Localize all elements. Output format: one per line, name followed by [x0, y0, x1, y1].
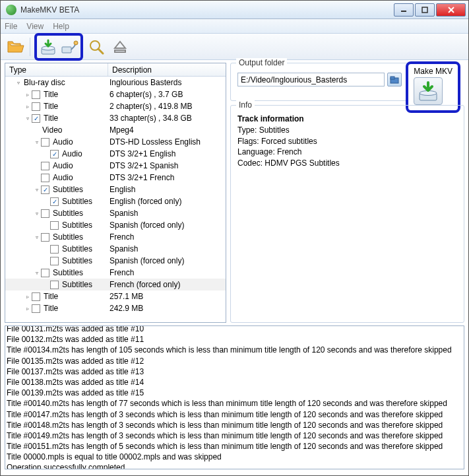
- log-line: Title 00000.mpls is equal to title 00002…: [7, 452, 462, 462]
- svg-line-9: [98, 49, 103, 53]
- expand-icon[interactable]: ▹: [24, 294, 32, 300]
- node-description: Spanish (forced only): [108, 256, 226, 265]
- log-panel[interactable]: File 00131.m2ts was added as title #10Fi…: [5, 325, 464, 469]
- menu-file[interactable]: File: [5, 22, 17, 31]
- checkbox[interactable]: [50, 245, 59, 254]
- checkbox[interactable]: [50, 281, 59, 289]
- tree-row[interactable]: AudioDTS 3/2+1 Spanish: [5, 160, 226, 172]
- checkbox[interactable]: [32, 292, 40, 301]
- checkbox[interactable]: [41, 233, 49, 242]
- node-description: French: [108, 268, 226, 277]
- tree-row[interactable]: ✓SubtitlesEnglish (forced only): [5, 195, 226, 207]
- col-type[interactable]: Type: [5, 63, 108, 76]
- node-description: Spanish (forced only): [108, 221, 226, 230]
- tree-row[interactable]: ▹Title6 chapter(s) , 3.7 GB: [5, 88, 226, 100]
- menu-view[interactable]: View: [26, 22, 44, 31]
- collapse-icon[interactable]: ▿: [24, 116, 32, 121]
- info-line: Language: French: [237, 147, 457, 158]
- output-path-input[interactable]: [237, 73, 385, 86]
- tree-row[interactable]: SubtitlesSpanish (forced only): [5, 219, 226, 231]
- expand-icon[interactable]: ▹: [24, 92, 32, 98]
- info-line: Flags: Forced subtitles: [237, 136, 457, 147]
- checkbox[interactable]: ✓: [50, 197, 59, 206]
- checkbox[interactable]: [50, 221, 59, 230]
- node-type-label: Title: [42, 114, 58, 123]
- node-type-label: Subtitles: [61, 197, 92, 206]
- checkbox[interactable]: [32, 90, 40, 99]
- make-mkv-button[interactable]: [414, 77, 443, 105]
- node-description: 2 chapter(s) , 419.8 MB: [108, 102, 226, 111]
- tree-row[interactable]: ▿Blu-ray discInglourious Basterds: [5, 77, 226, 88]
- tree-row[interactable]: ▹Title242.9 MB: [5, 302, 226, 314]
- svg-rect-10: [115, 50, 125, 52]
- collapse-icon[interactable]: ▿: [33, 270, 41, 276]
- tree-row[interactable]: SubtitlesSpanish: [5, 243, 226, 255]
- open-folder-button[interactable]: [5, 36, 26, 57]
- expand-icon[interactable]: ▹: [24, 306, 32, 312]
- collapse-icon[interactable]: ▿: [33, 234, 41, 240]
- stream-button[interactable]: [59, 36, 80, 57]
- minimize-button[interactable]: [394, 3, 414, 17]
- tree-body[interactable]: ▿Blu-ray discInglourious Basterds▹Title6…: [5, 77, 226, 322]
- search-button[interactable]: [86, 36, 107, 57]
- info-line: Type: Subtitles: [237, 125, 457, 136]
- tree-panel: Type Description ▿Blu-ray discInglouriou…: [5, 63, 226, 323]
- close-button[interactable]: [436, 3, 466, 17]
- svg-point-7: [74, 41, 78, 45]
- node-description: 33 chapter(s) , 34.8 GB: [108, 114, 226, 123]
- expand-icon[interactable]: ▹: [24, 104, 32, 110]
- node-description: English: [108, 185, 226, 194]
- tree-row[interactable]: ▹Title257.1 MB: [5, 290, 226, 302]
- toolbar: [1, 34, 468, 60]
- tree-row[interactable]: ▿SubtitlesSpanish: [5, 207, 226, 219]
- tree-row[interactable]: ✓AudioDTS 3/2+1 English: [5, 148, 226, 160]
- browse-button[interactable]: [387, 73, 402, 86]
- node-description: Spanish: [108, 209, 226, 218]
- checkbox[interactable]: [41, 209, 49, 218]
- checkbox[interactable]: [41, 138, 49, 147]
- open-disc-button[interactable]: [38, 36, 59, 57]
- checkbox[interactable]: [32, 304, 40, 313]
- collapse-icon[interactable]: ▿: [33, 139, 41, 145]
- menu-help[interactable]: Help: [53, 22, 69, 31]
- tree-row[interactable]: SubtitlesFrench (forced only): [5, 279, 226, 290]
- tree-row[interactable]: ▹Title2 chapter(s) , 419.8 MB: [5, 100, 226, 112]
- info-legend: Info: [236, 100, 255, 110]
- tree-row[interactable]: ▿✓Title33 chapter(s) , 34.8 GB: [5, 112, 226, 124]
- checkbox[interactable]: [41, 269, 49, 277]
- node-description: 257.1 MB: [108, 292, 226, 301]
- maximize-button[interactable]: [415, 3, 435, 17]
- log-line: Operation successfully completed: [7, 462, 462, 469]
- make-label: Make MKV: [414, 67, 453, 76]
- node-type-label: Subtitles: [51, 232, 83, 242]
- col-description[interactable]: Description: [108, 63, 226, 76]
- tree-row[interactable]: AudioDTS 3/2+1 French: [5, 172, 226, 184]
- collapse-icon[interactable]: ▿: [33, 187, 41, 193]
- tree-row[interactable]: SubtitlesSpanish (forced only): [5, 255, 226, 267]
- checkbox[interactable]: ✓: [32, 114, 40, 123]
- node-type-label: Audio: [61, 149, 82, 158]
- checkbox[interactable]: ✓: [41, 186, 49, 194]
- node-type-label: Subtitles: [61, 280, 92, 289]
- node-type-label: Subtitles: [61, 256, 92, 265]
- checkbox[interactable]: [50, 257, 59, 265]
- node-description: 242.9 MB: [108, 304, 226, 313]
- node-type-label: Audio: [51, 173, 73, 182]
- node-description: Mpeg4: [108, 125, 226, 135]
- tree-header: Type Description: [5, 63, 226, 77]
- tree-row[interactable]: VideoMpeg4: [5, 124, 226, 136]
- collapse-icon[interactable]: ▿: [33, 211, 41, 217]
- eject-button[interactable]: [109, 36, 131, 57]
- tree-row[interactable]: ▿SubtitlesFrench: [5, 267, 226, 279]
- collapse-icon[interactable]: ▿: [15, 80, 22, 86]
- checkbox[interactable]: [32, 102, 40, 111]
- checkbox[interactable]: ✓: [50, 150, 59, 158]
- app-icon: [6, 5, 16, 15]
- tree-row[interactable]: ▿AudioDTS-HD Lossless English: [5, 136, 226, 148]
- tree-row[interactable]: ▿SubtitlesFrench: [5, 231, 226, 243]
- checkbox[interactable]: [41, 162, 49, 170]
- output-legend: Output folder: [236, 58, 287, 67]
- node-type-label: Title: [42, 292, 58, 301]
- checkbox[interactable]: [41, 174, 49, 182]
- tree-row[interactable]: ▿✓SubtitlesEnglish: [5, 184, 226, 195]
